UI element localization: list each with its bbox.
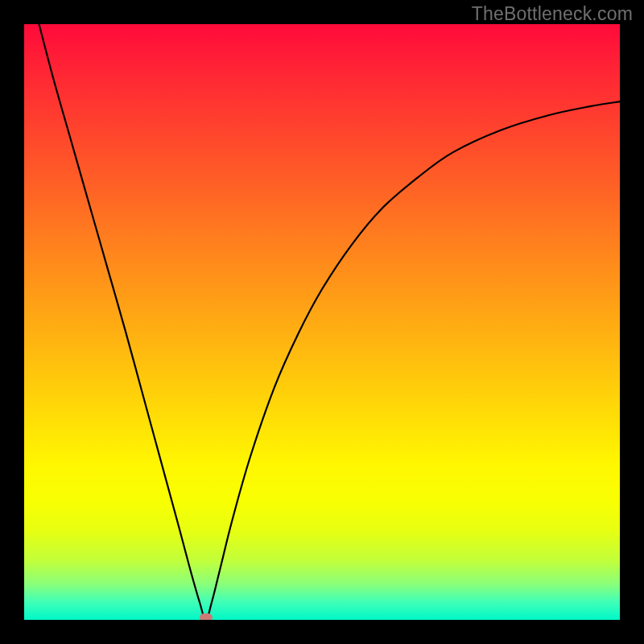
bottleneck-curve (24, 24, 620, 620)
watermark-text: TheBottleneck.com (472, 3, 633, 25)
minimum-marker (200, 613, 213, 620)
chart-frame: TheBottleneck.com (0, 0, 644, 644)
plot-area (24, 24, 620, 620)
